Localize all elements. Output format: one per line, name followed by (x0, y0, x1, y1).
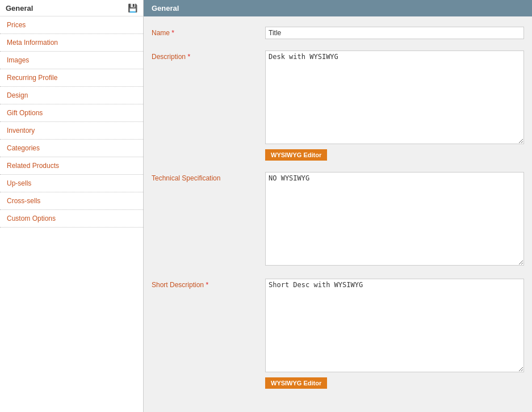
sidebar-item-related-products[interactable]: Related Products (0, 157, 143, 175)
sidebar-item-meta-information[interactable]: Meta Information (0, 34, 143, 52)
name-required-star: * (171, 29, 174, 37)
short-description-wysiwyg-button[interactable]: WYSIWYG Editor (265, 377, 327, 389)
short-description-label: Short Description * (152, 279, 265, 289)
sidebar-item-design[interactable]: Design (0, 87, 143, 104)
description-label: Description * (152, 51, 265, 61)
tech-spec-row: Technical Specification NO WYSIWYG (144, 167, 532, 272)
name-row: Name * (144, 22, 532, 44)
sidebar-item-up-sells[interactable]: Up-sells (0, 175, 143, 192)
sidebar-item-recurring-profile[interactable]: Recurring Profile (0, 69, 143, 87)
description-wysiwyg-button[interactable]: WYSIWYG Editor (265, 149, 327, 161)
description-required-star: * (187, 53, 190, 61)
save-icon[interactable]: 💾 (128, 3, 137, 12)
sidebar: General 💾 Prices Meta Information Images… (0, 0, 144, 412)
sidebar-item-inventory[interactable]: Inventory (0, 122, 143, 140)
sidebar-item-images[interactable]: Images (0, 52, 143, 69)
tech-spec-label: Technical Specification (152, 172, 265, 182)
sidebar-header: General 💾 (0, 0, 143, 16)
section-title: General (144, 0, 532, 16)
sidebar-item-cross-sells[interactable]: Cross-sells (0, 192, 143, 210)
short-description-required-star: * (206, 281, 208, 289)
sidebar-title: General (6, 4, 33, 12)
short-description-textarea[interactable]: Short Desc with WYSIWYG (265, 279, 524, 372)
short-description-field: Short Desc with WYSIWYG WYSIWYG Editor (265, 279, 524, 389)
main-content: General Name * Description * De (144, 0, 532, 412)
description-field: Desk with WYSIWYG WYSIWYG Editor (265, 51, 524, 161)
sidebar-item-prices[interactable]: Prices (0, 16, 143, 34)
short-description-row: Short Description * Short Desc with WYSI… (144, 274, 532, 393)
tech-spec-field: NO WYSIWYG (265, 172, 524, 267)
name-field (265, 27, 524, 39)
description-row: Description * Desk with WYSIWYG WYSIWYG … (144, 46, 532, 165)
sidebar-item-custom-options[interactable]: Custom Options (0, 210, 143, 228)
sidebar-item-gift-options[interactable]: Gift Options (0, 104, 143, 122)
name-label: Name * (152, 27, 265, 37)
description-textarea[interactable]: Desk with WYSIWYG (265, 51, 524, 144)
name-input[interactable] (265, 27, 524, 39)
form-body: Name * Description * Desk with WYSIWYG W… (144, 16, 532, 401)
sidebar-item-categories[interactable]: Categories (0, 140, 143, 157)
tech-spec-textarea[interactable]: NO WYSIWYG (265, 172, 524, 266)
